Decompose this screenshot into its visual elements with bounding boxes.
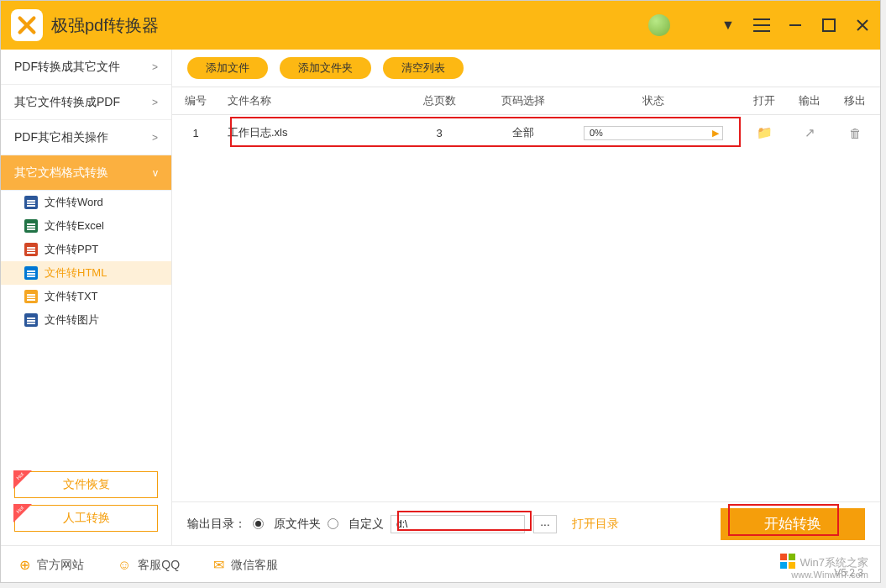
radio-custom-folder[interactable]: [328, 518, 338, 529]
sidebar-item-label: 文件转TXT: [45, 289, 98, 304]
chevron-right-icon: >: [152, 132, 158, 144]
sidebar-item-to-html[interactable]: 文件转HTML: [1, 261, 171, 285]
cell-status: 0% ▶: [565, 126, 742, 140]
button-label: 人工转换: [63, 511, 110, 526]
sidebar-item-label: 文件转PPT: [45, 242, 98, 257]
chevron-right-icon: >: [152, 97, 158, 108]
table-row[interactable]: 1 工作日志.xls 3 全部 0% ▶ 📁 ↗ 🗑: [172, 115, 880, 150]
wechat-support-link[interactable]: ✉微信客服: [213, 557, 278, 573]
radio-label: 原文件夹: [274, 517, 321, 532]
cell-page-select[interactable]: 全部: [481, 125, 565, 140]
globe-icon: ⊕: [19, 557, 30, 573]
svg-rect-4: [789, 554, 795, 560]
official-site-link[interactable]: ⊕官方网站: [19, 557, 84, 573]
cell-pages: 3: [397, 127, 481, 139]
html-icon: [24, 266, 38, 280]
minimize-icon[interactable]: [786, 16, 805, 34]
add-folder-button[interactable]: 添加文件夹: [280, 57, 371, 79]
sidebar-item-to-ppt[interactable]: 文件转PPT: [1, 238, 171, 261]
footer-label: 微信客服: [231, 558, 278, 573]
export-icon: ↗: [805, 125, 815, 139]
radio-label: 自定义: [349, 517, 384, 532]
svg-rect-6: [789, 562, 795, 569]
sidebar-category-doc-convert[interactable]: 其它文档格式转换 v: [1, 155, 171, 191]
sidebar-item-to-word[interactable]: 文件转Word: [1, 191, 171, 214]
sidebar-category-label: 其它文件转换成PDF: [14, 95, 120, 110]
start-convert-button[interactable]: 开始转换: [721, 508, 865, 540]
chevron-right-icon: >: [152, 61, 158, 73]
output-path-input[interactable]: [391, 515, 525, 533]
version-label: V5.2.3: [834, 567, 863, 579]
sidebar-category-label: PDF转换成其它文件: [14, 60, 120, 75]
button-label: 添加文件: [206, 60, 249, 76]
sidebar-category-label: PDF其它相关操作: [14, 130, 108, 145]
excel-icon: [24, 219, 38, 233]
cell-output[interactable]: ↗: [787, 125, 832, 140]
progress-text: 0%: [590, 127, 603, 139]
cell-remove[interactable]: 🗑: [832, 126, 878, 140]
col-header-pages: 总页数: [397, 93, 481, 108]
footer-label: 客服QQ: [138, 558, 180, 573]
manual-convert-button[interactable]: Hot 人工转换: [14, 505, 158, 532]
col-header-output: 输出: [787, 93, 832, 108]
maximize-icon[interactable]: [820, 16, 838, 34]
sidebar-item-to-image[interactable]: 文件转图片: [1, 308, 171, 332]
user-avatar-icon[interactable]: [648, 14, 670, 36]
menu-icon[interactable]: [752, 16, 771, 34]
app-title: 极强pdf转换器: [51, 14, 159, 37]
sidebar-item-to-txt[interactable]: 文件转TXT: [1, 285, 171, 308]
clear-list-button[interactable]: 清空列表: [383, 57, 464, 79]
wechat-icon: ✉: [213, 557, 224, 573]
button-label: 开始转换: [764, 514, 821, 533]
cell-open[interactable]: 📁: [742, 125, 787, 140]
sidebar-category-pdf-to-other[interactable]: PDF转换成其它文件 >: [1, 50, 171, 85]
chevron-down-icon: v: [153, 167, 158, 179]
col-header-filename: 文件名称: [219, 93, 397, 108]
sidebar-category-label: 其它文档格式转换: [14, 165, 108, 181]
sidebar-item-label: 文件转HTML: [45, 265, 107, 281]
play-icon: ▶: [712, 128, 719, 139]
content-area: 添加文件 添加文件夹 清空列表 编号 文件名称 总页数 页码选择 状态 打开 输…: [172, 50, 880, 545]
output-label: 输出目录：: [187, 517, 246, 532]
progress-bar[interactable]: 0% ▶: [584, 126, 723, 140]
add-file-button[interactable]: 添加文件: [187, 57, 268, 79]
open-directory-link[interactable]: 打开目录: [572, 517, 619, 532]
col-header-number: 编号: [172, 93, 219, 108]
qq-support-link[interactable]: ☺客服QQ: [118, 558, 180, 573]
button-label: 文件恢复: [63, 477, 110, 492]
sidebar-item-label: 文件转Word: [45, 195, 103, 210]
qq-icon: ☺: [118, 558, 131, 573]
hot-badge-icon: Hot: [13, 470, 32, 489]
sidebar-sublist: 文件转Word 文件转Excel 文件转PPT 文件转HTML 文件转TXT 文…: [1, 191, 171, 332]
sidebar-category-other-to-pdf[interactable]: 其它文件转换成PDF >: [1, 85, 171, 120]
trash-icon: 🗑: [849, 126, 862, 140]
svg-rect-0: [823, 19, 835, 31]
footer: ⊕官方网站 ☺客服QQ ✉微信客服 Win7系统之家 www.Winwin7.c…: [1, 545, 880, 584]
table-header: 编号 文件名称 总页数 页码选择 状态 打开 输出 移出: [172, 87, 880, 115]
titlebar: 极强pdf转换器 ▼: [1, 1, 880, 50]
radio-original-folder[interactable]: [253, 518, 264, 529]
sidebar: PDF转换成其它文件 > 其它文件转换成PDF > PDF其它相关操作 > 其它…: [1, 50, 172, 545]
sidebar-item-label: 文件转图片: [45, 312, 99, 328]
output-bar: 输出目录： 原文件夹 自定义 ··· 打开目录 开始转换: [172, 501, 880, 545]
image-icon: [24, 313, 38, 327]
browse-button[interactable]: ···: [533, 515, 557, 533]
sidebar-item-to-excel[interactable]: 文件转Excel: [1, 214, 171, 238]
cell-filename: 工作日志.xls: [219, 125, 397, 140]
col-header-page-select: 页码选择: [481, 93, 565, 108]
hot-badge-icon: Hot: [13, 504, 32, 522]
sidebar-item-label: 文件转Excel: [45, 218, 104, 234]
file-recovery-button[interactable]: Hot 文件恢复: [14, 471, 158, 498]
app-logo: [11, 9, 43, 41]
ppt-icon: [24, 243, 38, 256]
toolbar: 添加文件 添加文件夹 清空列表: [172, 50, 880, 87]
windows-flag-icon: [780, 554, 795, 569]
button-label: 添加文件夹: [298, 60, 353, 76]
close-icon[interactable]: [853, 16, 872, 34]
dropdown-icon[interactable]: ▼: [719, 16, 737, 34]
sidebar-category-pdf-ops[interactable]: PDF其它相关操作 >: [1, 120, 171, 155]
svg-rect-3: [780, 554, 787, 560]
col-header-remove: 移出: [832, 93, 878, 108]
word-icon: [24, 196, 38, 209]
folder-icon: 📁: [757, 125, 773, 139]
